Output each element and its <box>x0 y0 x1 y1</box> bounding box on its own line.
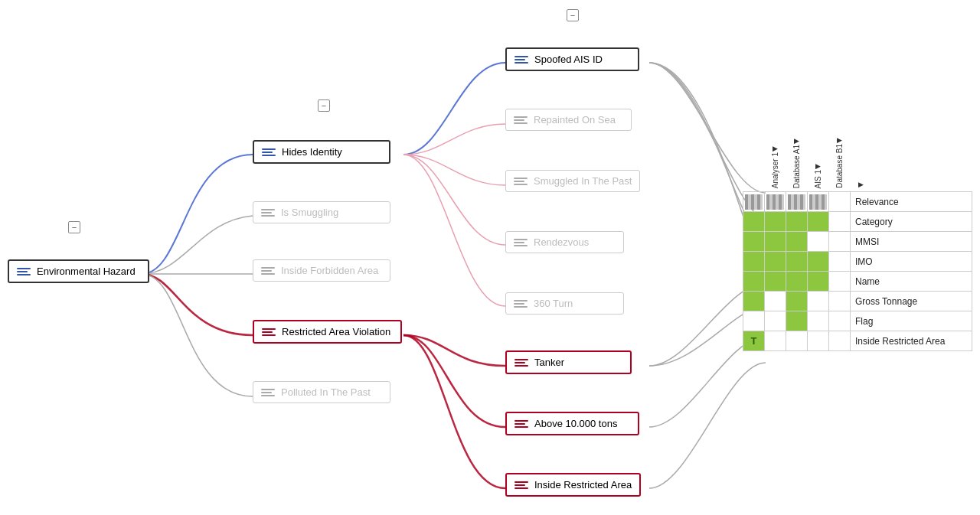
node-360-turn[interactable]: 360 Turn <box>505 292 624 315</box>
cell-mmsi-3 <box>786 232 808 252</box>
cell-flag-2 <box>765 311 786 331</box>
canvas: − − − Environmental Hazard Hides Identit… <box>0 0 980 515</box>
smuggled-past-label: Smuggled In The Past <box>534 175 632 187</box>
data-table-container: ▶ Analyser 1 ▶ Database A1 ▶ AIS 1 ▶ Dat… <box>743 130 972 351</box>
cell-gross-2 <box>765 292 786 311</box>
cell-relevance-1 <box>743 192 765 212</box>
hides-identity-icon <box>262 148 276 156</box>
above-10000-icon <box>514 420 528 428</box>
collapse-btn-hides[interactable]: − <box>318 99 330 112</box>
node-polluted[interactable]: Polluted In The Past <box>253 381 390 403</box>
polluted-label: Polluted In The Past <box>281 386 371 398</box>
smuggling-icon <box>261 209 275 217</box>
table-row: MMSI <box>743 232 972 252</box>
collapse-btn-top[interactable]: − <box>567 9 579 21</box>
row-label-mmsi: MMSI <box>851 232 972 252</box>
col-header-analyser1[interactable]: ▶ Analyser 1 <box>764 130 786 191</box>
smuggling-label: Is Smuggling <box>281 207 338 218</box>
node-repainted[interactable]: Repainted On Sea <box>505 109 632 131</box>
cell-name-3 <box>786 272 808 292</box>
node-rendezvous[interactable]: Rendezvous <box>505 231 624 253</box>
node-environmental-hazard[interactable]: Environmental Hazard <box>8 259 149 283</box>
restricted-violation-icon <box>262 328 276 336</box>
data-table: Relevance Category <box>743 191 972 351</box>
row-label-name: Name <box>851 272 972 292</box>
tanker-icon <box>514 359 528 367</box>
rendezvous-label: Rendezvous <box>534 236 589 248</box>
col-header-ais1[interactable]: ▶ AIS 1 <box>807 130 828 191</box>
cell-name-5 <box>829 272 851 292</box>
node-inside-forbidden[interactable]: Inside Forbidden Area <box>253 259 390 282</box>
forbidden-icon <box>261 267 275 275</box>
hides-identity-label: Hides Identity <box>282 146 342 158</box>
cell-imo-2 <box>765 252 786 272</box>
env-hazard-label: Environmental Hazard <box>37 266 136 277</box>
node-is-smuggling[interactable]: Is Smuggling <box>253 201 390 223</box>
cell-mmsi-1 <box>743 232 765 252</box>
node-spoofed-ais[interactable]: Spoofed AIS ID <box>505 47 639 71</box>
cell-imo-3 <box>786 252 808 272</box>
node-tanker[interactable]: Tanker <box>505 350 632 374</box>
node-smuggled-past[interactable]: Smuggled In The Past <box>505 170 640 192</box>
spoofed-ais-label: Spoofed AIS ID <box>534 54 603 65</box>
cell-flag-1 <box>743 311 765 331</box>
cell-category-5 <box>829 212 851 232</box>
cell-gross-5 <box>829 292 851 311</box>
table-row: Relevance <box>743 192 972 212</box>
cell-relevance-3 <box>786 192 808 212</box>
cell-name-4 <box>808 272 829 292</box>
cell-category-4 <box>808 212 829 232</box>
cell-category-3 <box>786 212 808 232</box>
repainted-label: Repainted On Sea <box>534 114 616 125</box>
cell-gross-4 <box>808 292 829 311</box>
cell-imo-5 <box>829 252 851 272</box>
env-hazard-icon <box>17 268 31 275</box>
cell-flag-4 <box>808 311 829 331</box>
cell-relevance-5 <box>829 192 851 212</box>
cell-imo-4 <box>808 252 829 272</box>
row-label-imo: IMO <box>851 252 972 272</box>
node-inside-restricted[interactable]: Inside Restricted Area <box>505 473 641 497</box>
cell-imo-1 <box>743 252 765 272</box>
node-restricted-violation[interactable]: Restricted Area Violation <box>253 320 402 344</box>
col-header-extra[interactable]: ▶ <box>850 130 871 191</box>
cell-relevance-2 <box>765 192 786 212</box>
turn-360-icon <box>514 300 528 308</box>
tanker-label: Tanker <box>534 357 564 368</box>
row-label-inside-restricted: Inside Restricted Area <box>851 331 972 351</box>
polluted-icon <box>261 389 275 396</box>
row-label-gross-tonnage: Gross Tonnage <box>851 292 972 311</box>
node-above-10000[interactable]: Above 10.000 tons <box>505 412 639 435</box>
col-header-database-b1[interactable]: ▶ Database B1 <box>828 130 850 191</box>
row-label-relevance: Relevance <box>851 192 972 212</box>
table-row: Flag <box>743 311 972 331</box>
cell-name-2 <box>765 272 786 292</box>
cell-gross-3 <box>786 292 808 311</box>
node-hides-identity[interactable]: Hides Identity <box>253 140 390 164</box>
spoofed-ais-icon <box>514 56 528 64</box>
turn-360-label: 360 Turn <box>534 298 573 309</box>
forbidden-label: Inside Forbidden Area <box>281 265 378 276</box>
collapse-btn-env[interactable]: − <box>68 221 80 233</box>
cell-mmsi-4 <box>808 232 829 252</box>
cell-relevance-4 <box>808 192 829 212</box>
row-label-category: Category <box>851 212 972 232</box>
smuggled-past-icon <box>514 178 528 185</box>
cell-inside-restricted-5 <box>829 331 851 351</box>
table-row: IMO <box>743 252 972 272</box>
inside-restricted-label: Inside Restricted Area <box>534 479 632 491</box>
cell-inside-restricted-4 <box>808 331 829 351</box>
inside-restricted-icon <box>514 481 528 489</box>
cell-flag-3 <box>786 311 808 331</box>
table-row: Category <box>743 212 972 232</box>
cell-mmsi-2 <box>765 232 786 252</box>
cell-name-1 <box>743 272 765 292</box>
cell-mmsi-5 <box>829 232 851 252</box>
cell-inside-restricted-3 <box>786 331 808 351</box>
table-row: Name <box>743 272 972 292</box>
restricted-violation-label: Restricted Area Violation <box>282 326 390 337</box>
cell-gross-1 <box>743 292 765 311</box>
table-row: T Inside Restricted Area <box>743 331 972 351</box>
table-row: Gross Tonnage <box>743 292 972 311</box>
col-header-database-a1[interactable]: ▶ Database A1 <box>786 130 807 191</box>
